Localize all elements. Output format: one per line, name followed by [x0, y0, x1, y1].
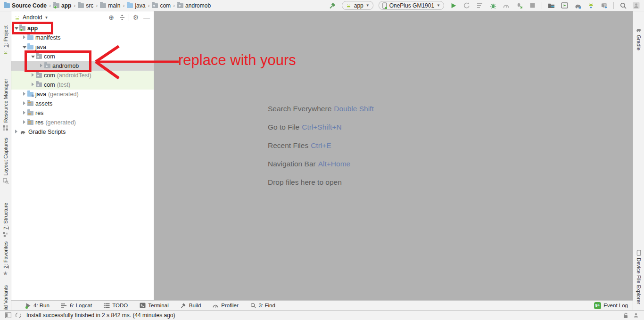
debug-button-icon[interactable]	[489, 1, 497, 9]
user-icon[interactable]	[633, 312, 639, 319]
package-folder-icon	[36, 82, 42, 87]
tree-row-gradle-scripts[interactable]: Gradle Scripts	[11, 127, 154, 137]
tab-profiler[interactable]: Profiler	[212, 302, 238, 309]
event-log-badge: 9+	[594, 302, 601, 309]
breadcrumb-item-com[interactable]: com	[152, 2, 171, 9]
tab-favorites[interactable]: 2: Favorites ★	[0, 241, 11, 277]
package-folder-icon	[177, 3, 183, 8]
breadcrumb-item-main[interactable]: main	[100, 2, 120, 9]
run-configuration-dropdown[interactable]: app ▼	[342, 1, 373, 10]
tab-logcat[interactable]: 6: Logcat	[61, 302, 92, 309]
chevron-right-icon: ›	[123, 2, 124, 9]
tab-device-file-explorer[interactable]: Device File Explorer	[633, 249, 644, 304]
resource-manager-icon	[2, 125, 9, 131]
bottom-tool-window-bar: 4: Run 6: Logcat TODO Terminal Build	[11, 300, 633, 310]
event-log-button[interactable]: 9+ Event Log	[594, 302, 628, 309]
android-icon	[2, 49, 9, 56]
breadcrumb-item-src[interactable]: src	[78, 2, 93, 9]
run-button-icon[interactable]	[449, 1, 457, 9]
top-toolbar: Source Code › app › src › main › java › …	[0, 0, 644, 11]
tree-row-manifests[interactable]: manifests	[11, 33, 154, 42]
folder-icon	[27, 35, 33, 40]
annotation-text: replace with yours	[178, 52, 296, 69]
phone-icon	[382, 2, 387, 9]
sources-folder-icon	[127, 3, 133, 8]
build-hammer-icon[interactable]	[329, 1, 337, 9]
module-folder-icon	[4, 3, 10, 8]
search-everywhere-icon[interactable]	[619, 1, 627, 9]
tab-find[interactable]: 3: Find	[250, 302, 275, 309]
device-manager-icon[interactable]	[547, 1, 555, 9]
header-separator	[129, 14, 129, 21]
profiler-tab-icon	[212, 302, 219, 309]
chevron-down-icon: ▼	[437, 3, 440, 8]
locate-file-icon[interactable]: ⊕	[107, 13, 116, 22]
keyboard-shortcut-hints: Search EverywhereDouble Shift Go to File…	[268, 105, 374, 197]
sdk-manager-icon[interactable]	[587, 1, 595, 9]
background-tasks-icon[interactable]	[15, 312, 22, 319]
settings-gear-icon[interactable]: ⚙	[132, 13, 140, 22]
device-dropdown[interactable]: OnePlus GM1901 ▼	[379, 1, 444, 10]
toolwindow-toggle-icon[interactable]	[5, 312, 11, 319]
chevron-right-icon: ›	[74, 2, 75, 9]
layout-captures-icon	[2, 178, 9, 184]
tab-resource-manager[interactable]: Resource Manager	[0, 79, 11, 131]
resources-folder-icon	[27, 111, 33, 115]
virtual-device-download-icon[interactable]	[600, 1, 608, 9]
android-icon	[346, 3, 352, 8]
folder-icon	[100, 3, 106, 8]
breadcrumb-item-andromob[interactable]: andromob	[177, 2, 211, 9]
tab-build-variants[interactable]: Build Variants	[0, 285, 11, 310]
resources-folder-icon	[27, 101, 33, 106]
tab-run[interactable]: 4: Run	[25, 302, 50, 309]
gradle-sync-icon[interactable]	[574, 1, 582, 9]
tab-gradle[interactable]: Gradle	[633, 26, 644, 50]
status-message[interactable]: Install successfully finished in 2 s 842…	[26, 312, 175, 319]
android-studio-window: Source Code › app › src › main › java › …	[0, 0, 644, 320]
tab-structure[interactable]: 7: Structure	[0, 203, 11, 238]
toolbar-separator	[613, 2, 614, 9]
tab-project[interactable]: 1: Project	[0, 25, 11, 56]
package-folder-icon	[36, 73, 42, 78]
run-toolbar: app ▼ OnePlus GM1901 ▼	[329, 1, 640, 10]
chevron-down-icon: ▼	[366, 3, 370, 8]
attach-debugger-icon[interactable]	[515, 1, 523, 9]
breadcrumb: Source Code › app › src › main › java › …	[4, 2, 329, 9]
tab-todo[interactable]: TODO	[103, 302, 128, 309]
toolbar-separator	[542, 2, 542, 9]
tree-row-java-generated[interactable]: java (generated)	[11, 90, 154, 99]
logcat-tab-icon	[61, 302, 67, 309]
breadcrumb-item-app[interactable]: app	[53, 2, 71, 9]
folder-icon	[78, 3, 84, 8]
chevron-right-icon: ›	[96, 2, 98, 9]
chevron-right-icon: ›	[173, 2, 175, 9]
chevron-right-icon: ›	[49, 2, 51, 9]
view-selector[interactable]: Android	[23, 14, 42, 21]
status-bar: Install successfully finished in 2 s 842…	[0, 310, 644, 320]
profile-avatar-icon[interactable]	[632, 1, 640, 9]
left-tool-stripe: 1: Project Resource Manager Layout Captu…	[0, 11, 11, 310]
star-icon: ★	[2, 270, 9, 277]
apply-changes-icon	[462, 1, 471, 9]
tab-layout-captures[interactable]: Layout Captures	[0, 138, 11, 184]
hide-panel-icon[interactable]: —	[142, 13, 151, 22]
resources-folder-icon	[27, 120, 33, 125]
tab-terminal[interactable]: Terminal	[139, 302, 168, 309]
tree-row-res-generated[interactable]: res (generated)	[11, 118, 154, 127]
stop-button-icon	[528, 1, 537, 9]
tab-build[interactable]: Build	[180, 302, 201, 309]
tree-row-assets[interactable]: assets	[11, 99, 154, 108]
gradle-elephant-icon	[636, 26, 642, 33]
tree-row-res[interactable]: res	[11, 108, 154, 118]
annotation-box-package	[25, 50, 91, 72]
collapse-all-icon[interactable]	[118, 13, 126, 22]
chevron-down-icon: ▼	[44, 16, 48, 20]
folder-icon	[27, 45, 33, 49]
breadcrumb-item-source-code[interactable]: Source Code	[4, 2, 47, 9]
unlock-icon[interactable]	[622, 312, 629, 319]
gradle-elephant-icon	[19, 129, 26, 135]
right-tool-stripe: Gradle Device File Explorer	[633, 11, 644, 310]
structure-icon	[2, 231, 9, 238]
avd-manager-icon[interactable]	[561, 1, 569, 9]
breadcrumb-item-java[interactable]: java	[127, 2, 145, 9]
